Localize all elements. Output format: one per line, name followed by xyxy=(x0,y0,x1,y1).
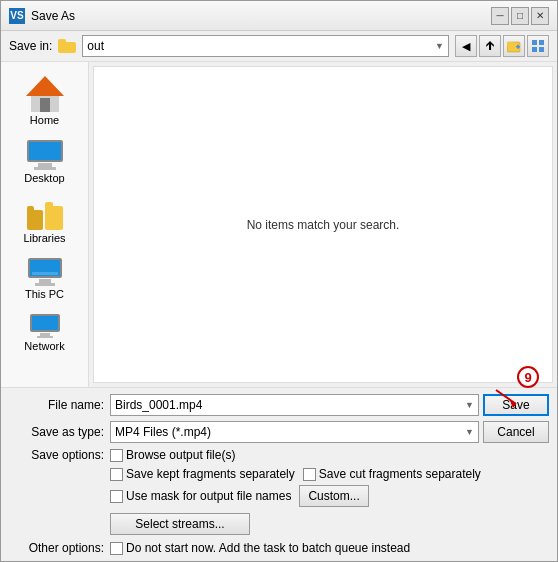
sidebar-item-thispc-label: This PC xyxy=(25,288,64,300)
save-as-type-select[interactable]: MP4 Files (*.mp4) ▼ xyxy=(110,421,479,443)
save-btn-wrapper: 9 Save xyxy=(483,394,549,416)
close-button[interactable]: ✕ xyxy=(531,7,549,25)
toolbar: Save in: out ▼ ◀ 🡩 xyxy=(1,31,557,62)
fragments-row: Save kept fragments separately Save cut … xyxy=(110,467,549,481)
file-name-value: Birds_0001.mp4 xyxy=(115,398,202,412)
sidebar-item-network[interactable]: Network xyxy=(5,308,85,358)
browse-output-checkbox[interactable] xyxy=(110,449,123,462)
save-cut-fragments-label: Save cut fragments separately xyxy=(319,467,481,481)
sidebar-item-thispc[interactable]: This PC xyxy=(5,252,85,306)
svg-rect-3 xyxy=(517,45,519,49)
sidebar-item-desktop[interactable]: Desktop xyxy=(5,134,85,190)
sidebar-item-libraries-label: Libraries xyxy=(23,232,65,244)
file-name-input-container: Birds_0001.mp4 ▼ 9 Save xyxy=(110,394,549,416)
svg-rect-4 xyxy=(532,40,537,45)
desktop-icon xyxy=(27,140,63,170)
file-name-dropdown-icon: ▼ xyxy=(465,400,474,410)
svg-rect-5 xyxy=(539,40,544,45)
dropdown-arrow-icon: ▼ xyxy=(435,41,444,51)
dialog-title: Save As xyxy=(31,9,75,23)
other-options-label: Other options: xyxy=(9,541,104,555)
annotation-badge: 9 xyxy=(517,366,539,388)
mask-row: Use mask for output file names Custom... xyxy=(110,485,549,507)
fragments-options: Save kept fragments separately Save cut … xyxy=(110,467,549,535)
sidebar: Home Desktop xyxy=(1,62,89,387)
sidebar-item-home-label: Home xyxy=(30,114,59,126)
annotation-group: 9 xyxy=(517,366,539,388)
save-kept-fragments-cb[interactable]: Save kept fragments separately xyxy=(110,467,295,481)
file-name-row: File name: Birds_0001.mp4 ▼ 9 xyxy=(9,394,549,416)
use-mask-cb[interactable]: Use mask for output file names xyxy=(110,489,291,503)
title-bar-controls: ─ □ ✕ xyxy=(491,7,549,25)
svg-rect-1 xyxy=(507,42,513,45)
sidebar-item-desktop-label: Desktop xyxy=(24,172,64,184)
main-area: Home Desktop xyxy=(1,62,557,387)
new-folder-button[interactable] xyxy=(503,35,525,57)
browse-output-label: Browse output file(s) xyxy=(126,448,235,462)
save-type-dropdown-icon: ▼ xyxy=(465,427,474,437)
maximize-button[interactable]: □ xyxy=(511,7,529,25)
save-cut-fragments-checkbox[interactable] xyxy=(303,468,316,481)
sidebar-item-home[interactable]: Home xyxy=(5,70,85,132)
svg-rect-6 xyxy=(532,47,537,52)
app-icon: VS xyxy=(9,8,25,24)
select-streams-row: Select streams... xyxy=(110,511,549,535)
save-as-type-label: Save as type: xyxy=(9,425,104,439)
view-button[interactable] xyxy=(527,35,549,57)
file-browser-content: No items match your search. xyxy=(93,66,553,383)
svg-rect-7 xyxy=(539,47,544,52)
nav-buttons: ◀ 🡩 xyxy=(455,35,549,57)
save-as-dialog: VS Save As ─ □ ✕ Save in: out ▼ ◀ 🡩 xyxy=(0,0,558,562)
network-icon xyxy=(30,314,60,338)
do-not-start-label: Do not start now. Add the task to batch … xyxy=(126,541,410,555)
save-kept-fragments-checkbox[interactable] xyxy=(110,468,123,481)
annotation-arrow xyxy=(491,388,521,411)
save-as-type-row: Save as type: MP4 Files (*.mp4) ▼ Cancel xyxy=(9,421,549,443)
home-icon xyxy=(26,76,64,112)
title-bar-left: VS Save As xyxy=(9,8,75,24)
no-items-message: No items match your search. xyxy=(247,218,400,232)
save-in-label: Save in: xyxy=(9,39,52,53)
save-options-row: Save options: Browse output file(s) xyxy=(9,448,549,462)
use-mask-checkbox[interactable] xyxy=(110,490,123,503)
current-path: out xyxy=(87,39,435,53)
save-cut-fragments-cb[interactable]: Save cut fragments separately xyxy=(303,467,481,481)
folder-icon xyxy=(58,39,76,53)
title-bar: VS Save As ─ □ ✕ xyxy=(1,1,557,31)
cancel-button[interactable]: Cancel xyxy=(483,421,549,443)
save-options-label: Save options: xyxy=(9,448,104,462)
save-kept-fragments-label: Save kept fragments separately xyxy=(126,467,295,481)
do-not-start-cb[interactable]: Do not start now. Add the task to batch … xyxy=(110,541,410,555)
other-options-row: Other options: Do not start now. Add the… xyxy=(9,541,549,555)
do-not-start-checkbox[interactable] xyxy=(110,542,123,555)
libraries-icon xyxy=(27,198,63,230)
path-dropdown[interactable]: out ▼ xyxy=(82,35,449,57)
bottom-panel: File name: Birds_0001.mp4 ▼ 9 xyxy=(1,387,557,561)
up-button[interactable]: 🡩 xyxy=(479,35,501,57)
custom-button[interactable]: Custom... xyxy=(299,485,368,507)
file-name-label: File name: xyxy=(9,398,104,412)
back-button[interactable]: ◀ xyxy=(455,35,477,57)
select-streams-button[interactable]: Select streams... xyxy=(110,513,250,535)
use-mask-label: Use mask for output file names xyxy=(126,489,291,503)
save-as-type-container: MP4 Files (*.mp4) ▼ Cancel xyxy=(110,421,549,443)
thispc-icon xyxy=(28,258,62,286)
save-as-type-value: MP4 Files (*.mp4) xyxy=(115,425,211,439)
file-name-input[interactable]: Birds_0001.mp4 ▼ xyxy=(110,394,479,416)
minimize-button[interactable]: ─ xyxy=(491,7,509,25)
browse-output-cb[interactable]: Browse output file(s) xyxy=(110,448,235,462)
sidebar-item-network-label: Network xyxy=(24,340,64,352)
sidebar-item-libraries[interactable]: Libraries xyxy=(5,192,85,250)
